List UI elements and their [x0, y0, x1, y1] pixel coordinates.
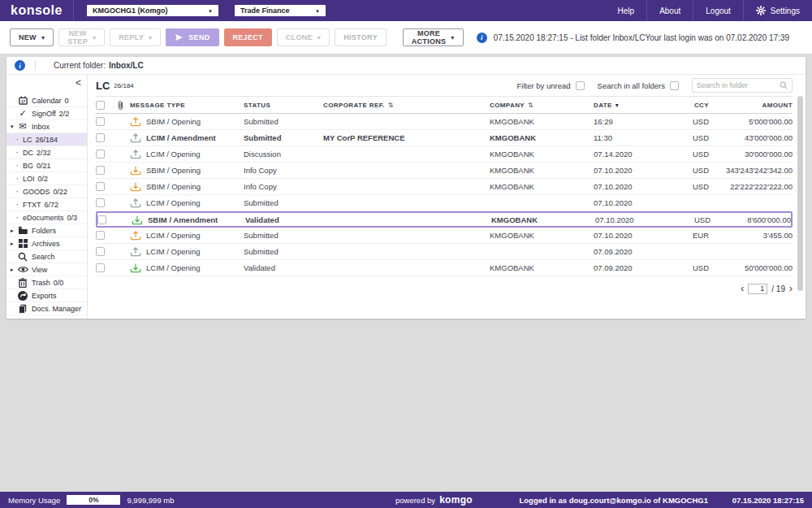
header-ccy[interactable]: CCY	[675, 102, 715, 109]
chevron-down-icon	[315, 7, 320, 15]
message-type: LCIM / Opening	[146, 198, 201, 207]
row-checkbox[interactable]	[96, 263, 105, 272]
message-type: LCIM / Opening	[146, 263, 201, 272]
new-step-button[interactable]: NEW STEP	[58, 28, 105, 46]
sidebar-item-docs-manager[interactable]: Docs. Manager	[6, 302, 87, 315]
row-checkbox[interactable]	[96, 247, 105, 256]
more-actions-button[interactable]: MORE ACTIONS	[403, 28, 464, 46]
message-row-2[interactable]: LCIM / Amendment Submitted MY CorP REFER…	[96, 130, 793, 146]
sidebar-item-bg[interactable]: BG 0/21	[6, 159, 87, 172]
organization-dropdown-value: KMGOCHG1 (Komgo)	[93, 7, 168, 15]
message-row-8[interactable]: LCIM / Opening Submitted KMGOBANK 07.10.…	[96, 228, 793, 244]
header-status[interactable]: STATUS	[244, 102, 323, 109]
currency: USD	[675, 166, 715, 175]
content-panel: Current folder: Inbox/LC 17 Calendar 0 ✓…	[6, 57, 806, 319]
message-status: Submitted	[244, 247, 323, 256]
row-checkbox[interactable]	[96, 150, 105, 158]
message-row-4[interactable]: SBIM / Opening Info Copy KMGOBANK 07.10.…	[96, 163, 793, 179]
send-icon	[175, 33, 184, 41]
message-status: Info Copy	[244, 166, 323, 175]
reject-button[interactable]: REJECT	[224, 28, 272, 46]
row-checkbox[interactable]	[96, 231, 105, 240]
sidebar-item-search[interactable]: Search	[6, 250, 87, 263]
about-link[interactable]: About	[646, 0, 693, 21]
new-button[interactable]: NEW	[10, 28, 54, 46]
sidebar-item-view[interactable]: View	[6, 263, 87, 276]
clone-button-label: CLONE	[286, 33, 313, 41]
archives-icon	[17, 239, 28, 248]
row-checkbox[interactable]	[96, 198, 105, 207]
send-button[interactable]: SEND	[166, 28, 218, 46]
sidebar-item-goods[interactable]: GOODS 0/22	[6, 185, 87, 198]
sidebar-item-folders[interactable]: Folders	[6, 224, 87, 237]
komgo-brand: komgo	[439, 494, 473, 506]
chevron-down-icon	[317, 33, 321, 41]
sidebar-item-loi[interactable]: LOI 0/2	[6, 172, 87, 185]
collapse-sidebar-button[interactable]	[76, 77, 81, 89]
select-all-checkbox[interactable]	[96, 101, 105, 110]
message-row-7[interactable]: SBIM / Amendment Validated KMGOBANK 07.1…	[96, 211, 793, 228]
company: KMGOBANK	[490, 231, 594, 240]
sidebar-item-ftxt[interactable]: FTXT 6/72	[6, 198, 87, 211]
header-corporate-ref[interactable]: CORPORATE REF.	[323, 102, 490, 109]
row-checkbox[interactable]	[97, 215, 106, 224]
date: 16:29	[594, 117, 675, 126]
header-message-type[interactable]: MESSAGE TYPE	[130, 102, 244, 109]
folder-title: LC	[96, 80, 110, 92]
upload-icon	[130, 149, 146, 159]
sort-icon	[528, 102, 533, 109]
table-scrollbar[interactable]	[797, 96, 803, 291]
chevron-down-icon	[93, 33, 96, 41]
reply-button[interactable]: REPLY	[110, 28, 161, 46]
sidebar-item-exports[interactable]: Exports	[6, 289, 87, 302]
top-bar: konsole KMGOCHG1 (Komgo) Trade Finance H…	[0, 0, 812, 21]
page-input[interactable]	[748, 284, 767, 294]
previous-page-button[interactable]	[741, 283, 744, 294]
sidebar-item-calendar[interactable]: 17 Calendar 0	[6, 94, 87, 107]
search-input[interactable]	[697, 81, 780, 89]
message-row-3[interactable]: LCIM / Opening Discussion KMGOBANK 07.14…	[96, 146, 793, 163]
history-button[interactable]: HISTORY	[335, 28, 387, 46]
header-date[interactable]: DATE	[594, 102, 675, 109]
filter-unread-checkbox[interactable]	[576, 81, 585, 90]
row-checkbox[interactable]	[96, 166, 105, 175]
message-row-9[interactable]: LCIM / Opening Submitted 07.09.2020	[96, 244, 793, 260]
sidebar-item-signoff[interactable]: ✓ SignOff 2/2	[6, 107, 87, 120]
module-dropdown[interactable]: Trade Finance	[235, 5, 326, 16]
download-icon	[130, 263, 146, 273]
logged-in-message: Logged in as doug.court@komgo.io of KMGO…	[519, 496, 708, 505]
message-row-5[interactable]: SBIM / Opening Info Copy KMGOBANK 07.10.…	[96, 179, 793, 195]
currency: USD	[675, 263, 715, 272]
row-checkbox[interactable]	[96, 133, 105, 142]
message-row-10[interactable]: LCIM / Opening Validated KMGOBANK 07.09.…	[96, 260, 793, 276]
tree-caret-icon	[16, 149, 23, 157]
message-type: SBIM / Opening	[146, 117, 201, 126]
sidebar-item-trash[interactable]: Trash 0/0	[6, 276, 87, 289]
clone-button[interactable]: CLONE	[277, 28, 330, 46]
sidebar-item-lc[interactable]: LC 26/184	[6, 133, 87, 146]
message-row-6[interactable]: LCIM / Opening Submitted 07.10.2020	[96, 195, 793, 211]
row-checkbox[interactable]	[96, 182, 105, 191]
upload-icon	[130, 246, 146, 257]
row-checkbox[interactable]	[96, 117, 105, 126]
help-link[interactable]: Help	[606, 0, 647, 21]
settings-link[interactable]: Settings	[743, 0, 812, 21]
search-all-folders-checkbox[interactable]	[670, 81, 679, 90]
sidebar-item-archives[interactable]: Archives	[6, 237, 87, 250]
sidebar-item-inbox[interactable]: ✉ Inbox	[6, 120, 87, 133]
trash-icon	[17, 278, 28, 288]
organization-dropdown[interactable]: KMGOCHG1 (Komgo)	[87, 5, 218, 16]
logout-link[interactable]: Logout	[693, 0, 743, 21]
header-company[interactable]: COMPANY	[490, 102, 594, 109]
tree-caret-icon	[16, 201, 23, 209]
memory-value: 9,999,999 mb	[127, 496, 174, 505]
list-filters: Filter by unread Search in all folders	[517, 78, 793, 93]
docs-icon	[17, 304, 28, 314]
sidebar-item-dc[interactable]: DC 2/32	[6, 146, 87, 159]
sidebar-item-edocuments[interactable]: eDocuments 0/3	[6, 211, 87, 224]
next-page-button[interactable]	[789, 283, 793, 294]
action-toolbar: NEW NEW STEP REPLY SEND REJECT CLONE HIS…	[0, 21, 812, 54]
header-amount[interactable]: AMOUNT	[715, 102, 793, 109]
message-row-1[interactable]: SBIM / Opening Submitted KMGOBANK 16:29 …	[96, 114, 793, 130]
currency: USD	[675, 117, 715, 126]
